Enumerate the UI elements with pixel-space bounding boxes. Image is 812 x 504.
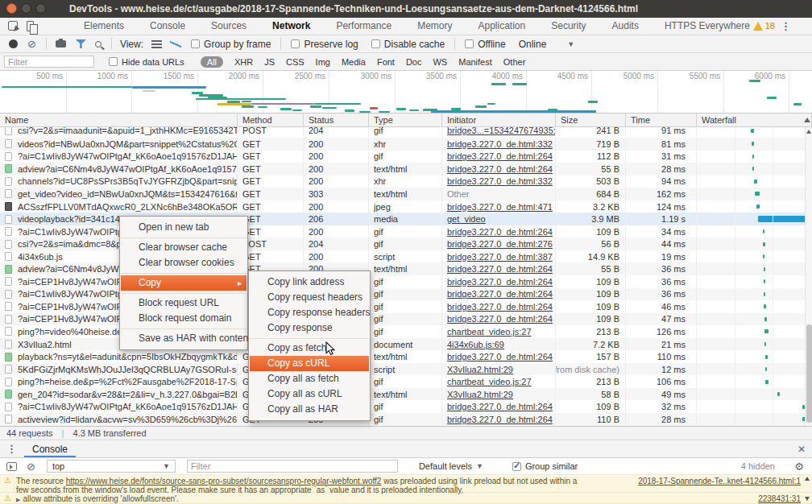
scrollbar-up-icon[interactable] [805,477,810,481]
tab-application[interactable]: Application [465,18,538,35]
window-close-button[interactable] [6,3,17,14]
menu-item-clear-browser-cookies[interactable]: Clear browser cookies [121,255,246,271]
tab-https-everywhere[interactable]: HTTPS Everywhere [652,18,763,35]
filter-type-css[interactable]: CSS [286,57,304,67]
table-row[interactable]: ACSszfFPLLV0MTdAQxwcR0_2LXNc6hBe348OKa5O… [0,200,812,213]
capture-screenshots-icon[interactable] [56,40,66,48]
chevron-down-icon[interactable]: ▼ [567,40,574,48]
use-large-rows-icon[interactable] [151,40,162,48]
initiator-link[interactable]: chartbeat_video.js:27 [447,327,532,337]
show-overview-icon[interactable] [170,40,181,48]
group-similar-checkbox[interactable] [512,462,521,471]
scrollbar-thumb[interactable] [806,324,812,423]
tab-console-drawer[interactable]: Console [24,441,76,457]
initiator-link[interactable]: bridge3.227.0_de.html:387 [447,252,553,262]
scrollbar-down-icon[interactable] [805,497,810,501]
initiator-link[interactable]: 4i34x6ub.js:69 [447,340,504,349]
table-row[interactable]: ?ai=C1wIiv8JyW47wOIPtgAf_kK6oAoe1q91576z… [0,400,812,413]
initiator-link[interactable]: bridge3...=1534247674935:1 [447,127,556,135]
clear-network-log-icon[interactable]: ⊘ [27,39,36,49]
menu-item-open-in-new-tab[interactable]: Open in new tab [121,220,246,235]
inspect-element-icon[interactable] [8,21,18,31]
filter-type-media[interactable]: Media [342,57,366,67]
tab-sources[interactable]: Sources [198,18,259,35]
menu-item-copy-all-as-har[interactable]: Copy all as HAR [250,402,369,417]
initiator-link[interactable]: bridge3.227.0_de.html:264 [447,264,553,274]
tab-elements[interactable]: Elements [71,18,137,35]
hide-data-urls-checkbox[interactable] [109,57,118,66]
table-row[interactable]: adview?ai=C6Nm4v8JyW47wOIPtgAf_kK6oAoe1q… [0,163,812,176]
filter-type-js[interactable]: JS [264,57,275,67]
tab-memory[interactable]: Memory [404,18,465,35]
table-row[interactable]: csi?v=2&s=imaadunit=&apuid=1_jxthHKMc=E9… [0,127,812,138]
table-scrollbar[interactable] [805,127,812,426]
gear-icon[interactable]: ⚙ [794,461,804,473]
message-url-link[interactable]: https://www.heise.de/fonts/source-sans-p… [66,477,382,485]
initiator-link[interactable]: bridge3.227.0_de.html:264 [447,352,553,361]
menu-item-copy-response-headers[interactable]: Copy response headers [250,305,369,320]
filter-type-font[interactable]: Font [377,57,395,67]
column-header-method[interactable]: Method [238,114,304,126]
initiator-link[interactable]: bridge3.227.0_de.html:332 [447,139,553,149]
menu-item-clear-browser-cache[interactable]: Clear browser cache [121,240,246,255]
search-icon[interactable] [95,41,102,48]
menu-item-copy-all-as-curl[interactable]: Copy all as cURL [250,386,369,402]
disable-cache-checkbox[interactable] [371,39,380,48]
tab-performance[interactable]: Performance [323,18,404,35]
throttling-dropdown[interactable]: Online [519,39,547,50]
filter-type-other[interactable]: Other [503,57,526,67]
table-row[interactable]: playback?ns=yt&el=adunit&cpn=5IbsOkHZbqy… [0,350,812,363]
tab-security[interactable]: Security [538,18,599,35]
filter-type-manifest[interactable]: Manifest [458,57,492,67]
initiator-link[interactable]: bridge3.227.0_de.html:264 [447,402,553,411]
table-row[interactable]: 5KdFGiZjrMqKMsWhJOuJJel3qQCRBLUAy7GSORuI… [0,363,812,376]
network-filter-input[interactable] [4,56,94,68]
console-filter-input[interactable] [187,460,398,473]
initiator-link[interactable]: bridge3.227.0_de.html:276 [447,239,553,249]
table-row[interactable]: ping?h=heise.de&p=%2Fct%2Fausgabe%2F2018… [0,375,812,388]
table-row[interactable]: gen_204?id=sodar&v=28&t=2&li=v_h.3.227.0… [0,388,812,401]
column-header-time[interactable]: Time [626,114,697,126]
tab-network[interactable]: Network [259,18,323,35]
drawer-menu-icon[interactable]: ⋮ [6,443,17,455]
initiator-link[interactable]: chartbeat_video.js:27 [447,377,532,386]
initiator-link[interactable]: bridge3.227.0_de.html:264 [447,314,553,324]
column-header-status[interactable]: Status [304,114,369,126]
column-header-waterfall[interactable]: Waterfall [697,114,812,126]
group-by-frame-checkbox[interactable] [191,39,200,48]
scrollbar-up-icon[interactable] [806,130,811,134]
message-source-link[interactable]: 2238431:31 [758,494,801,503]
initiator-link[interactable]: get_video [447,214,486,224]
initiator-link[interactable]: bridge3.227.0_de.html:264 [447,277,553,287]
device-toolbar-icon[interactable] [27,21,34,31]
filter-icon[interactable] [76,39,86,48]
table-row[interactable]: channels?id=UC8PsSPrs3B5qTvJYGFRZjbQ&par… [0,176,812,188]
initiator-link[interactable]: bridge3.227.0_de.html:332 [447,176,553,186]
column-header-type[interactable]: Type [369,114,442,126]
console-warning-badge[interactable]: 18 [753,21,775,31]
table-row[interactable]: activeview?id=lidarv&acvw=sv%3D659%26cb%… [0,413,812,426]
offline-checkbox[interactable] [465,39,474,48]
tab-console[interactable]: Console [137,18,198,35]
menu-item-copy-all-as-fetch[interactable]: Copy all as fetch [250,371,369,386]
initiator-link[interactable]: X3vIlua2.html:29 [447,390,513,399]
column-header-initiator[interactable]: Initiator [442,114,556,126]
table-row[interactable]: videos?id=NBwUa0xnJQM&part=snippet%2Csta… [0,138,812,151]
initiator-link[interactable]: bridge3.227.0_de.html:264 [447,289,553,299]
menu-item-copy-as-curl[interactable]: Copy as cURL [250,356,369,371]
tab-audits[interactable]: Audits [599,18,652,35]
close-icon[interactable]: ✕ [798,444,806,455]
console-warning-message[interactable]: ⚠ The resource https://www.heise.de/font… [0,475,812,493]
filter-type-xhr[interactable]: XHR [234,57,253,67]
more-options-icon[interactable]: ⋮ [781,20,791,32]
table-row[interactable]: ?ai=C1wIiv8JyW47wOIPtgAf_kK6oAoe1q91576z… [0,151,812,163]
scroll-up-icon[interactable] [804,118,810,122]
execution-context-select[interactable]: top ▼ [47,460,176,473]
initiator-link[interactable]: bridge3.227.0_de.html:264 [447,151,553,161]
table-row[interactable]: get_video?video_id=NBwUa0xnJQM&ts=153424… [0,188,812,200]
column-header-size[interactable]: Size [556,114,626,126]
column-header-name[interactable]: Name [0,114,238,126]
preserve-log-checkbox[interactable] [291,39,300,48]
record-network-log-icon[interactable] [9,39,18,48]
initiator-link[interactable]: X3vIlua2.html:29 [447,365,513,374]
